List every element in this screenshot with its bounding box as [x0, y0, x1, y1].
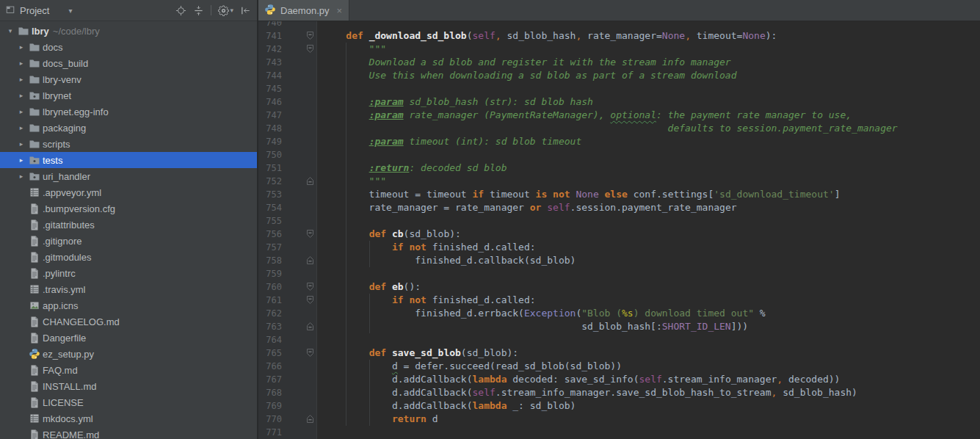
line-number[interactable]: 755 — [258, 214, 317, 228]
line-number[interactable]: 765 — [258, 347, 317, 360]
collapse-all-icon[interactable] — [193, 5, 204, 16]
line-number[interactable]: 749 — [258, 135, 317, 148]
line-number[interactable]: 761 — [258, 294, 317, 307]
line-number[interactable]: 762 — [258, 307, 317, 320]
code-line[interactable]: 771 — [258, 426, 980, 439]
tree-expand-icon[interactable]: ▸ — [15, 76, 28, 83]
close-icon[interactable]: × — [336, 5, 342, 16]
line-number[interactable]: 747 — [258, 109, 317, 122]
tree-expand-icon[interactable]: ▸ — [15, 92, 28, 99]
tree-item-changelog-md[interactable]: CHANGELOG.md — [0, 313, 257, 330]
line-number[interactable]: 754 — [258, 201, 317, 214]
tree-item-ez-setup-py[interactable]: ez_setup.py — [0, 346, 257, 362]
line-number[interactable]: 746 — [258, 95, 317, 109]
line-number[interactable]: 745 — [258, 82, 317, 95]
tree-item-lbrynet-egg-info[interactable]: ▸lbrynet.egg-info — [0, 104, 257, 120]
line-number[interactable]: 758 — [258, 254, 317, 267]
code-line[interactable]: 751 :return: decoded sd blob — [258, 162, 980, 175]
code-line[interactable]: 759 — [258, 267, 980, 280]
tree-item-readme-md[interactable]: README.md — [0, 427, 257, 439]
code-line[interactable]: 748 defaults to session.payment_rate_man… — [258, 122, 980, 135]
line-number[interactable]: 759 — [258, 267, 317, 280]
tree-item-install-md[interactable]: INSTALL.md — [0, 378, 257, 394]
code-line[interactable]: 752 """ — [258, 175, 980, 188]
line-number[interactable]: 769 — [258, 399, 317, 413]
code-line[interactable]: 753 timeout = timeout if timeout is not … — [258, 188, 980, 201]
tree-item-app-icns[interactable]: app.icns — [0, 297, 257, 313]
code-line[interactable]: 746 :param sd_blob_hash (str): sd blob h… — [258, 95, 980, 109]
tree-item-packaging[interactable]: ▸packaging — [0, 120, 257, 136]
tree-item-dangerfile[interactable]: Dangerfile — [0, 330, 257, 346]
code-line[interactable]: 768 d.addCallback(self.stream_info_manag… — [258, 386, 980, 399]
tree-expand-icon[interactable]: ▸ — [15, 43, 28, 51]
tree-item-mkdocs-yml[interactable]: mkdocs.yml — [0, 410, 257, 427]
line-number[interactable]: 757 — [258, 241, 317, 254]
tree-item--gitmodules[interactable]: .gitmodules — [0, 249, 257, 265]
line-number[interactable]: 748 — [258, 122, 317, 135]
line-number[interactable]: 752 — [258, 175, 317, 188]
code-line[interactable]: 754 rate_manager = rate_manager or self.… — [258, 201, 980, 214]
code-line[interactable]: 763 sd_blob_hash[:SHORT_ID_LEN])) — [258, 320, 980, 333]
code-line[interactable]: 755 — [258, 214, 980, 228]
line-number[interactable]: 760 — [258, 280, 317, 294]
gear-icon[interactable]: ▾ — [218, 5, 233, 16]
line-number[interactable]: 764 — [258, 333, 317, 347]
project-panel-title[interactable]: Project — [20, 5, 49, 16]
tree-item--bumpversion-cfg[interactable]: .bumpversion.cfg — [0, 200, 257, 217]
tree-item-lbry-venv[interactable]: ▸lbry-venv — [0, 71, 257, 87]
tab-daemon-py[interactable]: Daemon.py × — [258, 0, 349, 21]
tree-expand-icon[interactable]: ▸ — [15, 124, 28, 131]
code-line[interactable]: 762 finished_d.errback(Exception("Blob (… — [258, 307, 980, 320]
chevron-down-icon[interactable]: ▾ — [68, 7, 72, 15]
tree-item-license[interactable]: LICENSE — [0, 394, 257, 410]
tree-item-lbrynet[interactable]: ▸lbrynet — [0, 87, 257, 104]
line-number[interactable]: 763 — [258, 320, 317, 333]
code-line[interactable]: 757 if not finished_d.called: — [258, 241, 980, 254]
tree-item--gitattributes[interactable]: .gitattributes — [0, 217, 257, 233]
code-line[interactable]: 770 return d — [258, 413, 980, 426]
tree-item-uri-handler[interactable]: ▸uri_handler — [0, 168, 257, 184]
tree-expand-icon[interactable]: ▸ — [15, 140, 28, 148]
code-line[interactable]: 769 d.addCallback(lambda _: sd_blob) — [258, 399, 980, 413]
code-line[interactable]: 756 def cb(sd_blob): — [258, 228, 980, 241]
tree-item--gitignore[interactable]: .gitignore — [0, 233, 257, 249]
line-number[interactable]: 743 — [258, 56, 317, 69]
code-pane[interactable]: 740741 def _download_sd_blob(self, sd_bl… — [258, 16, 980, 439]
line-number[interactable]: 771 — [258, 426, 317, 439]
code-line[interactable]: 741 def _download_sd_blob(self, sd_blob_… — [258, 29, 980, 43]
line-number[interactable]: 750 — [258, 148, 317, 162]
code-line[interactable]: 744 Use this when downloading a sd blob … — [258, 69, 980, 82]
tree-item-lbry[interactable]: ▾lbry~/code/lbry — [0, 23, 257, 39]
code-line[interactable]: 758 finished_d.callback(sd_blob) — [258, 254, 980, 267]
line-number[interactable]: 751 — [258, 162, 317, 175]
tree-item-faq-md[interactable]: FAQ.md — [0, 362, 257, 378]
tree-item--travis-yml[interactable]: .travis.yml — [0, 281, 257, 297]
line-number[interactable]: 753 — [258, 188, 317, 201]
code-line[interactable]: 767 d.addCallback(lambda decoded: save_s… — [258, 373, 980, 386]
hide-panel-icon[interactable] — [240, 5, 251, 16]
code-line[interactable]: 747 :param rate_manager (PaymentRateMana… — [258, 109, 980, 122]
code-line[interactable]: 764 — [258, 333, 980, 347]
tree-item-docs[interactable]: ▸docs — [0, 39, 257, 55]
tree-collapse-icon[interactable]: ▾ — [4, 27, 17, 35]
locate-icon[interactable] — [175, 5, 186, 16]
code-line[interactable]: 742 """ — [258, 43, 980, 56]
code-line[interactable]: 761 if not finished_d.called: — [258, 294, 980, 307]
editor[interactable]: Daemon.py × 740741 def _download_sd_blob… — [258, 0, 980, 439]
code-line[interactable]: 745 — [258, 82, 980, 95]
tree-item-docs-build[interactable]: ▸docs_build — [0, 55, 257, 71]
code-line[interactable]: 760 def eb(): — [258, 280, 980, 294]
line-number[interactable]: 742 — [258, 43, 317, 56]
tree-expand-icon[interactable]: ▸ — [15, 108, 28, 115]
line-number[interactable]: 768 — [258, 386, 317, 399]
line-number[interactable]: 756 — [258, 228, 317, 241]
line-number[interactable]: 766 — [258, 360, 317, 373]
tree-item--pylintrc[interactable]: .pylintrc — [0, 265, 257, 281]
code-line[interactable]: 765 def save_sd_blob(sd_blob): — [258, 347, 980, 360]
tree-item-tests[interactable]: ▸tests — [0, 152, 257, 168]
code-line[interactable]: 766 d = defer.succeed(read_sd_blob(sd_bl… — [258, 360, 980, 373]
tree-item--appveyor-yml[interactable]: .appveyor.yml — [0, 184, 257, 200]
tree-item-scripts[interactable]: ▸scripts — [0, 136, 257, 152]
code-line[interactable]: 743 Download a sd blob and register it w… — [258, 56, 980, 69]
code-line[interactable]: 750 — [258, 148, 980, 162]
